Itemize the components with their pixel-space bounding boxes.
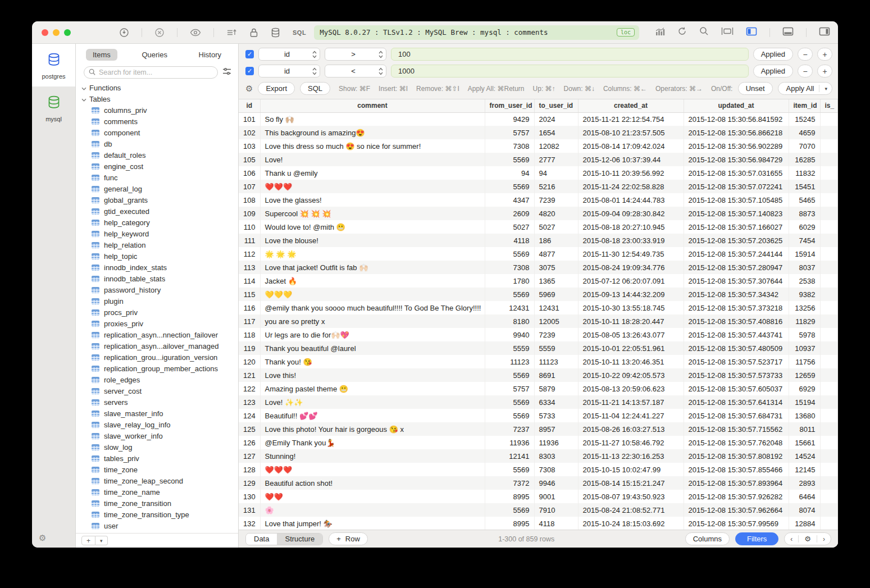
table-list-item[interactable]: replication_grou...iguration_version <box>76 352 238 363</box>
cell-comment[interactable]: Love! <box>260 153 485 166</box>
cell-updated-at[interactable]: 2015-12-08 15:30:57.34342 <box>684 288 789 301</box>
cell-id[interactable]: 123 <box>239 395 260 409</box>
search-input[interactable] <box>99 69 213 76</box>
filters-button[interactable]: Filters <box>735 532 778 545</box>
cell-updated-at[interactable]: 2015-12-08 15:30:56.984729 <box>684 153 789 166</box>
table-list-item[interactable]: replication_group_member_actions <box>76 363 238 374</box>
cell-item-id[interactable]: 15451 <box>789 180 820 193</box>
remove-filter-button[interactable]: − <box>798 65 813 78</box>
cell-to-user-id[interactable]: 2777 <box>534 153 578 166</box>
cell-is[interactable] <box>820 422 838 436</box>
table-list-item[interactable]: time_zone_transition_type <box>76 509 238 520</box>
structure-tab[interactable]: Structure <box>277 534 322 545</box>
cell-id[interactable]: 110 <box>239 220 260 234</box>
cell-is[interactable] <box>820 328 838 341</box>
cell-to-user-id[interactable]: 9001 <box>534 490 578 503</box>
cell-is[interactable] <box>820 247 838 261</box>
grid-row[interactable]: 122 Amazing pastel theme 😬 5757 5879 201… <box>239 382 838 395</box>
table-list-item[interactable]: db <box>76 138 238 149</box>
column-header-to-user-id[interactable]: to_user_id <box>534 99 578 112</box>
cell-updated-at[interactable]: 2015-12-08 15:30:57.99569 <box>684 517 789 530</box>
cell-item-id[interactable]: 4659 <box>789 126 820 139</box>
cell-from-user-id[interactable]: 5569 <box>485 395 534 409</box>
cell-item-id[interactable]: 8011 <box>789 422 820 436</box>
filter-column-select[interactable]: id <box>258 48 320 61</box>
cell-item-id[interactable]: 5978 <box>789 328 820 341</box>
data-tab[interactable]: Data <box>246 534 277 545</box>
cell-comment[interactable]: Love this! <box>260 368 485 382</box>
table-list-item[interactable]: time_zone <box>76 464 238 475</box>
cell-id[interactable]: 124 <box>239 409 260 422</box>
cell-from-user-id[interactable]: 9429 <box>485 112 534 126</box>
cell-item-id[interactable]: 16285 <box>789 153 820 166</box>
cell-item-id[interactable]: 7070 <box>789 139 820 153</box>
cell-from-user-id[interactable]: 5569 <box>485 153 534 166</box>
export-button[interactable]: Export <box>258 82 295 95</box>
cell-to-user-id[interactable]: 1365 <box>534 274 578 288</box>
table-list-item[interactable]: component <box>76 127 238 138</box>
cell-id[interactable]: 125 <box>239 422 260 436</box>
table-list-item[interactable]: procs_priv <box>76 307 238 318</box>
cell-from-user-id[interactable]: 5569 <box>485 409 534 422</box>
chart-icon[interactable] <box>655 27 665 38</box>
cell-is[interactable] <box>820 463 838 476</box>
filter-sliders-icon[interactable] <box>222 67 231 78</box>
cell-id[interactable]: 117 <box>239 314 260 328</box>
cell-to-user-id[interactable]: 7308 <box>534 463 578 476</box>
cell-item-id[interactable]: 14524 <box>789 449 820 463</box>
columns-button[interactable]: Columns <box>685 532 730 545</box>
cell-is[interactable] <box>820 341 838 355</box>
cell-to-user-id[interactable]: 1654 <box>534 126 578 139</box>
table-list-item[interactable]: engine_cost <box>76 161 238 172</box>
cell-from-user-id[interactable]: 94 <box>485 166 534 180</box>
cell-comment[interactable]: Love this photo! Your hair is gorgeous 😘… <box>260 422 485 436</box>
cell-from-user-id[interactable]: 5569 <box>485 503 534 517</box>
tab-items[interactable]: Items <box>86 49 117 61</box>
cell-is[interactable] <box>820 449 838 463</box>
column-header-comment[interactable]: comment <box>260 99 485 112</box>
cell-from-user-id[interactable]: 7308 <box>485 139 534 153</box>
cell-id[interactable]: 115 <box>239 288 260 301</box>
grid-row[interactable]: 129 Beautiful action shot! 7372 9946 201… <box>239 476 838 490</box>
cell-updated-at[interactable]: 2015-12-08 15:30:57.166027 <box>684 220 789 234</box>
cell-to-user-id[interactable]: 7239 <box>534 193 578 207</box>
toggle-bottom-panel-icon[interactable] <box>782 27 794 38</box>
lock-icon[interactable] <box>249 28 258 38</box>
table-list-item[interactable]: innodb_table_stats <box>76 273 238 284</box>
cell-item-id[interactable]: 12884 <box>789 517 820 530</box>
grid-row[interactable]: 109 Supercool 💥 💥 💥 2609 4820 2015-09-04… <box>239 207 838 220</box>
tab-queries[interactable]: Queries <box>135 49 174 61</box>
cell-is[interactable] <box>820 180 838 193</box>
cell-item-id[interactable]: 11829 <box>789 314 820 328</box>
table-list-item[interactable]: slave_relay_log_info <box>76 419 238 430</box>
grid-row[interactable]: 130 ❤️❤️ 8995 9001 2015-08-07 19:43:50.9… <box>239 490 838 503</box>
cell-id[interactable]: 101 <box>239 112 260 126</box>
cell-created-at[interactable]: 2015-08-24 21:08:52.771 <box>578 503 684 517</box>
cell-created-at[interactable]: 2015-11-24 22:02:58.828 <box>578 180 684 193</box>
table-list-item[interactable]: slow_log <box>76 441 238 453</box>
cell-comment[interactable]: Love that jumper! 🏇 <box>260 517 485 530</box>
cell-created-at[interactable]: 2015-11-21 22:12:54.754 <box>578 112 684 126</box>
grid-row[interactable]: 106 Thank u @emily 94 94 2015-10-11 20:3… <box>239 166 838 180</box>
cell-to-user-id[interactable]: 5733 <box>534 409 578 422</box>
toggle-left-panel-icon[interactable] <box>746 27 757 38</box>
cell-id[interactable]: 103 <box>239 139 260 153</box>
cell-to-user-id[interactable]: 4820 <box>534 207 578 220</box>
grid-row[interactable]: 115 💛💛💛 5569 5969 2015-09-13 14:44:32.20… <box>239 288 838 301</box>
add-filter-button[interactable]: + <box>817 48 832 61</box>
grid-row[interactable]: 124 Beautiful!! 💕💕 5569 5733 2015-11-04 … <box>239 409 838 422</box>
reload-list-icon[interactable] <box>226 28 237 37</box>
cell-item-id[interactable]: 12659 <box>789 368 820 382</box>
cell-is[interactable] <box>820 193 838 207</box>
grid-row[interactable]: 113 Love that jacket! Outfit is fab 🙌🏻 7… <box>239 261 838 274</box>
cell-is[interactable] <box>820 139 838 153</box>
table-list-item[interactable]: replication_asyn...nnection_failover <box>76 329 238 340</box>
cell-from-user-id[interactable]: 8180 <box>485 314 534 328</box>
cell-updated-at[interactable]: 2015-12-08 15:30:57.244144 <box>684 247 789 261</box>
cell-created-at[interactable]: 2015-12-06 10:37:39.44 <box>578 153 684 166</box>
apply-all-button[interactable]: Apply All ▾ <box>778 82 832 95</box>
cell-item-id[interactable]: 7454 <box>789 234 820 247</box>
cell-to-user-id[interactable]: 6334 <box>534 395 578 409</box>
cell-created-at[interactable]: 2015-11-27 10:58:46.792 <box>578 436 684 449</box>
search-icon[interactable] <box>699 26 709 38</box>
